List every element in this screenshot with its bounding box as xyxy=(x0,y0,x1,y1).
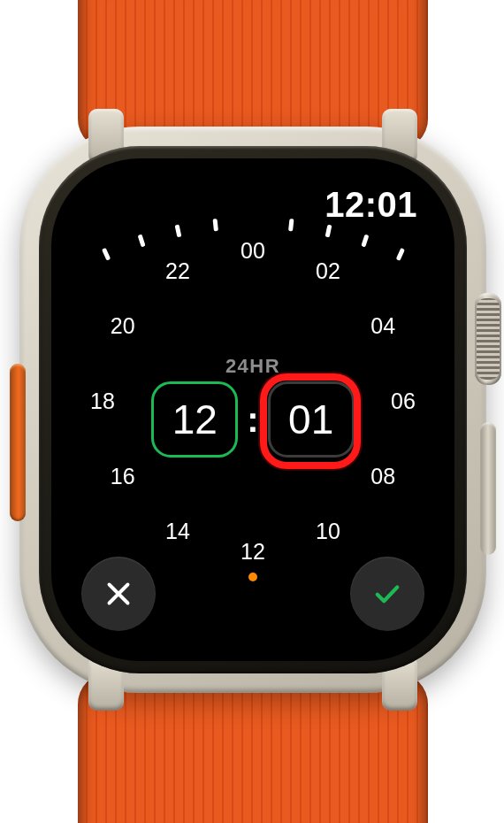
action-button[interactable] xyxy=(10,364,26,521)
24hr-label: 24HR xyxy=(69,355,437,378)
cancel-button[interactable] xyxy=(81,557,156,631)
dial-hour-label: 04 xyxy=(359,313,407,339)
dial-hour-label: 16 xyxy=(99,464,147,489)
action-buttons xyxy=(81,557,424,631)
dial-hour-label: 14 xyxy=(154,519,202,544)
watch-screen: 12:01 000204060810121416182022 24HR 12 :… xyxy=(51,158,454,661)
side-button[interactable] xyxy=(480,422,496,555)
watch-case: 12:01 000204060810121416182022 24HR 12 :… xyxy=(19,127,486,693)
dial-hour-label: 00 xyxy=(229,238,277,264)
dial-hour-label: 20 xyxy=(99,313,147,339)
hours-field[interactable]: 12 xyxy=(151,381,238,458)
confirm-button[interactable] xyxy=(350,557,424,631)
check-icon xyxy=(371,578,403,610)
digital-crown[interactable] xyxy=(475,293,501,385)
minutes-field[interactable]: 01 xyxy=(268,381,355,458)
dial-hour-label: 08 xyxy=(359,464,407,489)
dial-hour-label: 10 xyxy=(304,519,352,544)
time-value-pair: 12 : 01 xyxy=(69,381,437,458)
watch-band-bottom xyxy=(78,673,428,823)
dial-hour-label: 02 xyxy=(304,258,352,284)
dial-hour-label: 22 xyxy=(154,258,202,284)
time-separator: : xyxy=(247,400,258,440)
time-picker-dial[interactable]: 000204060810121416182022 24HR 12 : 01 xyxy=(69,217,437,585)
watch-bezel: 12:01 000204060810121416182022 24HR 12 :… xyxy=(39,146,467,673)
close-icon xyxy=(103,578,134,610)
